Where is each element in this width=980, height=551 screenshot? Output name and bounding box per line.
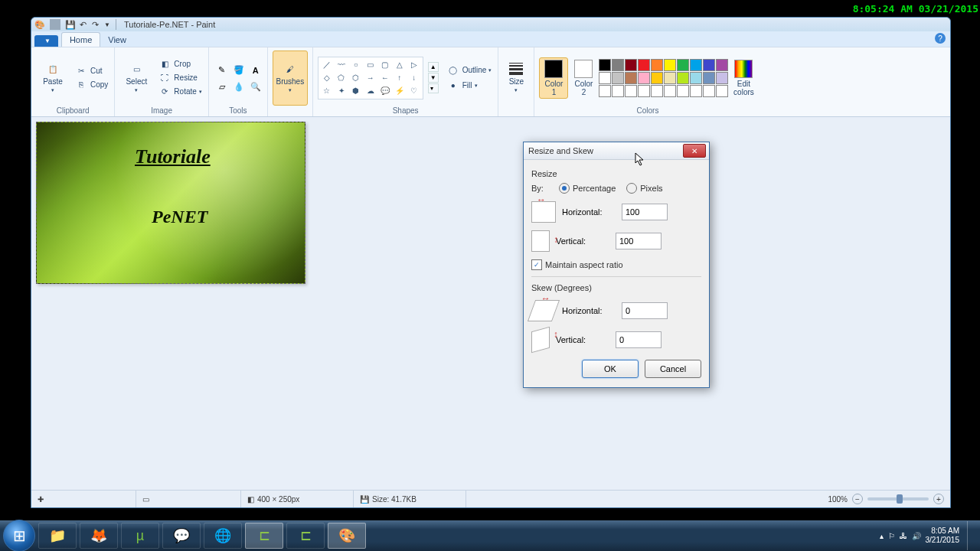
qat-dropdown-icon[interactable]: ▼ [102, 19, 113, 30]
maintain-aspect-checkbox[interactable]: ✓ [531, 259, 542, 270]
show-desktop-button[interactable] [967, 521, 975, 550]
color-swatch[interactable] [599, 85, 611, 97]
qat-redo-icon[interactable]: ↷ [90, 19, 100, 30]
cancel-button[interactable]: Cancel [645, 360, 701, 378]
size-button[interactable]: Size▾ [503, 51, 529, 105]
help-icon[interactable]: ? [935, 33, 946, 44]
taskbar-explorer[interactable]: 📁 [38, 523, 77, 549]
paste-button[interactable]: 📋 Paste▾ [36, 51, 70, 105]
select-button[interactable]: ▭ Select▾ [119, 51, 153, 105]
start-button[interactable]: ⊞ [3, 520, 35, 551]
picker-tool[interactable]: 💧 [230, 79, 247, 96]
color-swatch[interactable] [651, 72, 663, 84]
resize-h-input[interactable] [622, 204, 668, 220]
file-tab[interactable]: ▼ [34, 35, 58, 47]
color-swatch[interactable] [625, 72, 637, 84]
color-swatch[interactable] [664, 59, 676, 71]
color-swatch[interactable] [625, 85, 637, 97]
skew-label: Skew (Degrees) [531, 283, 701, 292]
color-swatch[interactable] [703, 59, 715, 71]
color-swatch[interactable] [651, 85, 663, 97]
resize-button[interactable]: ⛶Resize [156, 71, 203, 85]
qat-undo-icon[interactable]: ↶ [77, 19, 88, 30]
tray-flag-icon[interactable]: ⚐ [888, 532, 895, 540]
rotate-button[interactable]: ⟳Rotate▾ [156, 85, 203, 99]
magnifier-tool[interactable]: 🔍 [247, 79, 264, 96]
color-swatch[interactable] [638, 59, 650, 71]
tray-network-icon[interactable]: 🖧 [900, 532, 907, 540]
color-swatch[interactable] [703, 72, 715, 84]
color-swatch[interactable] [638, 72, 650, 84]
fill-tool[interactable]: 🪣 [230, 62, 247, 79]
dialog-close-button[interactable]: ✕ [683, 144, 706, 158]
taskbar-firefox[interactable]: 🦊 [80, 523, 118, 549]
crop-button[interactable]: ◧Crop [156, 57, 203, 71]
eraser-tool[interactable]: ▱ [214, 79, 230, 96]
edit-colors-button[interactable]: Edit colors [731, 60, 756, 96]
clipboard-icon: 📋 [46, 62, 60, 76]
qat-save-icon[interactable]: 💾 [65, 19, 76, 30]
zoom-in-button[interactable]: + [933, 494, 944, 504]
zoom-out-button[interactable]: − [852, 494, 863, 504]
zoom-slider[interactable] [867, 497, 929, 500]
color-swatch[interactable] [625, 59, 637, 71]
color-swatch[interactable] [677, 59, 689, 71]
text-tool[interactable]: A [247, 62, 264, 79]
color-swatch[interactable] [612, 59, 624, 71]
copy-icon: ⎘ [74, 78, 88, 92]
resize-v-input[interactable] [616, 233, 662, 249]
radio-percentage[interactable] [559, 183, 570, 194]
shapes-scroll-down[interactable]: ▼ [428, 73, 439, 83]
canvas[interactable]: Tutoriale PeNET [36, 122, 305, 284]
color-swatch[interactable] [612, 72, 624, 84]
brush-icon: 🖌 [283, 62, 297, 76]
outline-button[interactable]: ◯Outline▾ [445, 64, 494, 77]
tray-expand-icon[interactable]: ▴ [880, 532, 884, 540]
fill-shape-button[interactable]: ●Fill▾ [445, 79, 494, 93]
color-swatch[interactable] [690, 72, 702, 84]
color-swatch[interactable] [716, 72, 728, 84]
color-palette[interactable] [599, 59, 728, 97]
color-swatch[interactable] [677, 85, 689, 97]
color-swatch[interactable] [599, 59, 611, 71]
shapes-gallery[interactable]: ／〰○▭▢△▷ ◇⬠⬡→←↑↓ ☆✦⬢☁💬⚡♡ [318, 57, 423, 99]
cut-button[interactable]: ✂Cut [73, 64, 109, 78]
color-swatch[interactable] [651, 59, 663, 71]
color-swatch[interactable] [664, 72, 676, 84]
ok-button[interactable]: OK [582, 360, 639, 378]
taskbar-camtasia1[interactable]: ⊏ [245, 523, 283, 549]
tab-home[interactable]: Home [61, 32, 100, 47]
skew-v-input[interactable] [616, 331, 662, 348]
shapes-scroll-up[interactable]: ▲ [428, 62, 439, 72]
taskbar-app1[interactable]: 💬 [162, 523, 201, 549]
resize-v-icon [531, 230, 550, 252]
color-swatch[interactable] [677, 72, 689, 84]
canvas-area[interactable]: Tutoriale PeNET [31, 117, 950, 491]
tray-volume-icon[interactable]: 🔊 [912, 532, 921, 540]
brushes-button[interactable]: 🖌 Brushes▾ [273, 51, 308, 106]
copy-button[interactable]: ⎘Copy [73, 78, 109, 92]
taskbar-utorrent[interactable]: µ [121, 523, 159, 549]
pencil-tool[interactable]: ✎ [214, 62, 230, 79]
color-swatch[interactable] [612, 85, 624, 97]
color-swatch[interactable] [716, 85, 728, 97]
taskbar-camtasia2[interactable]: ⊏ [286, 523, 325, 549]
color-swatch[interactable] [638, 85, 650, 97]
color-swatch[interactable] [664, 85, 676, 97]
skew-v-icon [531, 327, 550, 353]
color-swatch[interactable] [703, 85, 715, 97]
color-swatch[interactable] [716, 59, 728, 71]
color1-button[interactable]: Color 1 [539, 57, 568, 99]
tab-view[interactable]: View [100, 33, 134, 47]
radio-pixels[interactable] [626, 183, 637, 194]
tray-clock[interactable]: 8:05 AM3/21/2015 [926, 527, 960, 545]
taskbar-paint[interactable]: 🎨 [328, 523, 366, 549]
skew-h-input[interactable] [622, 302, 668, 319]
shapes-expand[interactable]: ▾ [428, 83, 439, 93]
color-swatch[interactable] [690, 59, 702, 71]
color-swatch[interactable] [690, 85, 702, 97]
taskbar-chrome[interactable]: 🌐 [204, 523, 242, 549]
ribbon: 📋 Paste▾ ✂Cut ⎘Copy Clipboard ▭ Select▾ … [31, 47, 950, 117]
color-swatch[interactable] [599, 72, 611, 84]
color2-button[interactable]: Color 2 [571, 60, 596, 96]
